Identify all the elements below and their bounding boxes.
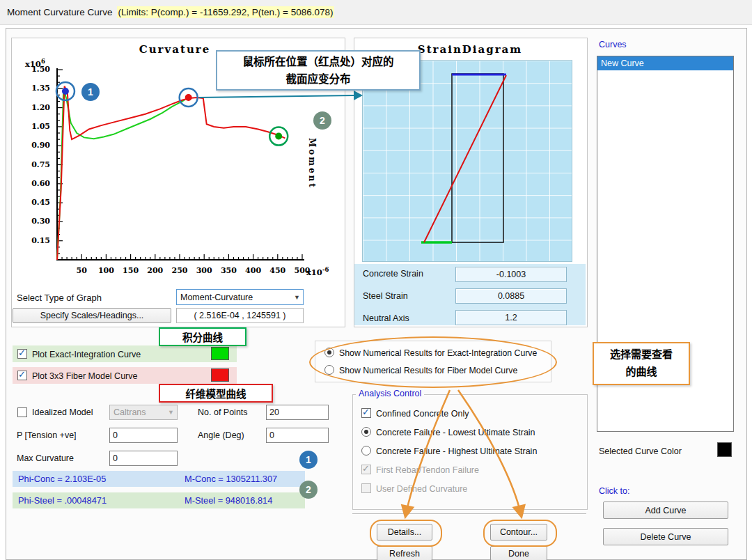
p-tension-input[interactable] — [109, 428, 178, 443]
graph-type-label: Select Type of Graph — [17, 293, 102, 303]
angle-label: Angle (Deg) — [198, 430, 244, 440]
fiber-curve-callout: 纤维模型曲线 — [159, 384, 273, 403]
integration-curve-callout: 积分曲线 — [159, 327, 246, 346]
x-tick-label: 200 — [143, 266, 168, 275]
badge-2-results: 2 — [299, 481, 318, 499]
plot-exact-label: Plot Exact-Integration Curve — [32, 350, 141, 359]
refresh-button[interactable]: Refresh — [377, 546, 432, 560]
curves-panel-title: Curves — [599, 40, 627, 49]
limits-highlight: (Limits: P(comp.) = -11659.292, P(ten.) … — [117, 6, 335, 18]
conc-result-row: Phi-Conc = 2.103E-05 M-Conc = 1305211.30… — [13, 471, 305, 487]
numeric-results-group — [315, 341, 551, 382]
x-tick-label: 300 — [191, 266, 217, 275]
concrete-strain-value: -0.1003 — [455, 267, 567, 282]
done-button[interactable]: Done — [490, 546, 547, 560]
x-tick-label: 500 — [290, 266, 315, 275]
y-tick-label: 1.35 — [21, 84, 50, 93]
exact-curve-color-swatch[interactable] — [211, 347, 229, 360]
dialog-title: Moment Curvature Curve — [7, 7, 113, 17]
selected-curve-color-label: Selected Curve Color — [599, 446, 682, 456]
x-tick-label: 350 — [216, 266, 241, 275]
x-tick-label: 100 — [93, 266, 118, 275]
specify-scales-button[interactable]: Specify Scales/Headings... — [13, 308, 171, 323]
badge-1-chart: 1 — [81, 83, 100, 101]
plot-fiber-label: Plot 3x3 Fiber Model Curve — [32, 371, 137, 381]
caltrans-dropdown: Caltrans ▼ — [109, 405, 178, 420]
strain-profile-line — [424, 75, 506, 242]
badge-1-results: 1 — [299, 451, 318, 469]
y-tick-label: 1.20 — [21, 103, 50, 112]
x-tick-label: 250 — [167, 266, 192, 275]
m-conc-value: M-Conc = 1305211.307 — [185, 474, 277, 484]
plot-fiber-checkbox[interactable] — [17, 371, 27, 380]
y-tick-label: 0.45 — [21, 198, 50, 207]
y-tick-label: 0.15 — [21, 236, 50, 245]
plot-exact-checkbox[interactable] — [17, 349, 27, 359]
p-tension-label: P [Tension +ve] — [17, 430, 77, 440]
delete-curve-button[interactable]: Delete Curve — [603, 528, 728, 545]
concrete-strain-label: Concrete Strain — [363, 269, 423, 279]
y-tick-label: 1.05 — [21, 122, 50, 131]
m-steel-value: M-Steel = 948016.814 — [185, 495, 272, 506]
neutral-axis-label: Neutral Axis — [363, 313, 409, 323]
y-tick-label: 0.30 — [21, 217, 50, 226]
idealized-model-label: Idealized Model — [32, 407, 93, 417]
y-tick-label: 0.90 — [21, 141, 50, 150]
steel-strain-value: 0.0885 — [455, 288, 567, 304]
max-curvature-label: Max Curvature — [17, 453, 74, 463]
contour-button[interactable]: Contour... — [490, 524, 547, 540]
selected-curve-color-swatch[interactable] — [717, 442, 732, 457]
moment-axis-label: Moment — [307, 138, 317, 189]
badge-2-chart: 2 — [313, 111, 331, 130]
moment-curvature-dialog: Moment Curvature Curve (Limits: P(comp.)… — [0, 0, 752, 560]
idealized-model-checkbox[interactable] — [17, 407, 27, 417]
points-label: No. of Points — [198, 407, 248, 417]
phi-steel-value: Phi-Steel = .00048471 — [13, 495, 107, 506]
radio-to-buttons-arrows — [347, 386, 570, 524]
x-tick-label: 50 — [69, 266, 94, 275]
x-tick-label: 400 — [241, 266, 266, 275]
max-curvature-input[interactable] — [109, 451, 178, 466]
numeric-exact-radio[interactable] — [324, 348, 334, 357]
click-to-label: Click to: — [599, 486, 629, 496]
neutral-axis-value: 1.2 — [455, 310, 567, 325]
y-tick-label: 0.75 — [21, 160, 50, 169]
y-tick-label: 0.60 — [21, 179, 50, 188]
details-button[interactable]: Details... — [377, 524, 432, 540]
add-curve-button[interactable]: Add Curve — [603, 501, 728, 519]
x-tick-label: 450 — [265, 266, 290, 275]
steel-strain-label: Steel Strain — [363, 291, 408, 301]
list-item-new-curve[interactable]: New Curve — [597, 56, 733, 70]
fiber-curve-color-swatch[interactable] — [211, 368, 229, 382]
steel-result-row: Phi-Steel = .00048471 M-Steel = 948016.8… — [13, 492, 305, 508]
numeric-fiber-label: Show Numerical Results for Fiber Model C… — [339, 366, 517, 375]
mouse-position-callout: 鼠标所在位置（红点处）对应的 截面应变分布 — [216, 50, 421, 91]
select-curve-callout: 选择需要查看 的曲线 — [593, 342, 690, 385]
section-outline — [452, 74, 503, 242]
graph-type-dropdown[interactable]: Moment-Curvature ▼ — [176, 289, 304, 305]
angle-input[interactable] — [266, 428, 329, 443]
phi-conc-value: Phi-Conc = 2.103E-05 — [13, 474, 106, 484]
points-input[interactable] — [266, 405, 329, 420]
dialog-title-bar: Moment Curvature Curve (Limits: P(comp.)… — [0, 0, 752, 25]
numeric-exact-label: Show Numerical Results for Exact-Integra… — [339, 348, 537, 358]
chevron-down-icon: ▼ — [291, 294, 303, 301]
cursor-coordinate-readout: ( 2.516E-04 , 1245591 ) — [176, 308, 304, 323]
chevron-down-icon: ▼ — [165, 409, 177, 416]
numeric-fiber-radio[interactable] — [324, 365, 334, 375]
y-tick-label: 1.50 — [21, 65, 50, 74]
x-tick-label: 150 — [118, 266, 143, 275]
